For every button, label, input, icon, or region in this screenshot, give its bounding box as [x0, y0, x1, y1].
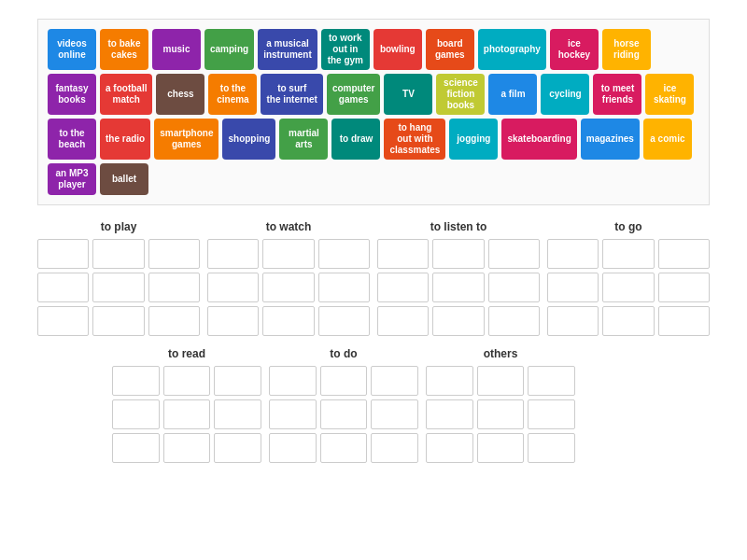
word-tile[interactable]: bowling	[374, 29, 422, 70]
sort-cell[interactable]	[371, 366, 418, 396]
word-tile[interactable]: to the cinema	[208, 74, 257, 115]
sort-cell[interactable]	[426, 433, 473, 463]
word-tile[interactable]: computer games	[327, 74, 381, 115]
sort-cell[interactable]	[269, 399, 317, 429]
sort-cell[interactable]	[426, 366, 473, 396]
sort-cell[interactable]	[148, 273, 200, 302]
word-tile[interactable]: to surf the internet	[261, 74, 322, 115]
sort-cell[interactable]	[658, 239, 710, 269]
sort-cell[interactable]	[320, 399, 368, 429]
sort-cell[interactable]	[214, 433, 261, 463]
word-tile[interactable]: skateboarding	[501, 119, 576, 160]
sort-cell[interactable]	[320, 433, 368, 463]
sort-cell[interactable]	[547, 306, 599, 336]
sort-cell[interactable]	[320, 366, 368, 396]
sort-cell[interactable]	[371, 399, 418, 429]
sort-cell[interactable]	[37, 306, 89, 336]
sort-cell[interactable]	[163, 366, 211, 396]
sort-cell[interactable]	[163, 399, 211, 429]
sort-cell[interactable]	[658, 306, 710, 336]
sort-cell[interactable]	[112, 399, 160, 429]
word-tile[interactable]: fantasy books	[48, 74, 96, 115]
sort-cell[interactable]	[92, 239, 144, 269]
word-tile[interactable]: photography	[478, 29, 546, 70]
sort-cell[interactable]	[477, 366, 525, 396]
word-tile[interactable]: to work out in the gym	[321, 29, 370, 70]
word-tile[interactable]: to the beach	[48, 119, 96, 160]
word-tile[interactable]: horse riding	[602, 29, 651, 70]
sort-cell[interactable]	[92, 273, 144, 302]
sort-cell[interactable]	[163, 433, 211, 463]
word-tile[interactable]: to bake cakes	[100, 29, 148, 70]
sort-cell[interactable]	[377, 239, 429, 269]
word-tile[interactable]: to draw	[331, 119, 380, 160]
sort-cell[interactable]	[207, 239, 259, 269]
sort-cell[interactable]	[432, 306, 484, 336]
sort-cell[interactable]	[377, 273, 429, 302]
sort-cell[interactable]	[37, 273, 89, 302]
sort-cell[interactable]	[269, 433, 317, 463]
sort-cell[interactable]	[262, 239, 314, 269]
sort-cell[interactable]	[528, 433, 575, 463]
sort-cell[interactable]	[37, 239, 89, 269]
word-tile[interactable]: cycling	[541, 74, 589, 115]
word-tile[interactable]: martial arts	[279, 119, 328, 160]
sort-cell[interactable]	[207, 306, 259, 336]
word-tile[interactable]: magazines	[581, 119, 640, 160]
sort-cell[interactable]	[477, 399, 525, 429]
word-tile[interactable]: ice skating	[645, 74, 694, 115]
sort-cell[interactable]	[602, 239, 654, 269]
word-tile[interactable]: to meet friends	[593, 74, 641, 115]
word-tile[interactable]: a film	[488, 74, 537, 115]
category-do: to do	[269, 347, 418, 463]
sort-cell[interactable]	[547, 239, 599, 269]
sort-cell[interactable]	[112, 366, 160, 396]
sort-cell[interactable]	[262, 306, 314, 336]
sort-cell[interactable]	[602, 273, 654, 302]
word-tile[interactable]: science fiction books	[436, 74, 485, 115]
word-tile[interactable]: an MP3 player	[48, 163, 96, 195]
sort-cell[interactable]	[92, 306, 144, 336]
word-tile[interactable]: a musical instrument	[258, 29, 317, 70]
sort-cell[interactable]	[658, 273, 710, 302]
sort-cell[interactable]	[426, 399, 473, 429]
word-tile[interactable]: camping	[204, 29, 254, 70]
sort-cell[interactable]	[477, 433, 525, 463]
word-tile[interactable]: TV	[384, 74, 432, 115]
word-tile[interactable]: the radio	[100, 119, 150, 160]
sort-cell[interactable]	[318, 306, 370, 336]
word-tile[interactable]: music	[152, 29, 201, 70]
word-tile[interactable]: chess	[156, 74, 204, 115]
sort-cell[interactable]	[207, 273, 259, 302]
sort-cell[interactable]	[214, 366, 261, 396]
word-tile[interactable]: ice hockey	[550, 29, 599, 70]
word-tile[interactable]: smartphone games	[154, 119, 218, 160]
sort-cell[interactable]	[488, 273, 540, 302]
word-tile[interactable]: ballet	[100, 163, 148, 195]
word-tile[interactable]: a comic	[643, 119, 692, 160]
sort-cell[interactable]	[148, 306, 200, 336]
sort-cell[interactable]	[528, 399, 575, 429]
sort-cell[interactable]	[602, 306, 654, 336]
sort-cell[interactable]	[488, 306, 540, 336]
sort-cell[interactable]	[318, 239, 370, 269]
word-tile[interactable]: videos online	[48, 29, 96, 70]
word-tile[interactable]: a football match	[100, 74, 152, 115]
sort-cell[interactable]	[269, 366, 317, 396]
sort-cell[interactable]	[432, 239, 484, 269]
word-tile[interactable]: to hang out with classmates	[384, 119, 445, 160]
sort-cell[interactable]	[488, 239, 540, 269]
sort-cell[interactable]	[547, 273, 599, 302]
word-tile[interactable]: board games	[426, 29, 474, 70]
sort-cell[interactable]	[318, 273, 370, 302]
sort-cell[interactable]	[148, 239, 200, 269]
sort-cell[interactable]	[371, 433, 418, 463]
word-tile[interactable]: shopping	[222, 119, 275, 160]
sort-cell[interactable]	[262, 273, 314, 302]
sort-cell[interactable]	[377, 306, 429, 336]
sort-cell[interactable]	[112, 433, 160, 463]
sort-cell[interactable]	[214, 399, 261, 429]
sort-cell[interactable]	[528, 366, 575, 396]
word-tile[interactable]: jogging	[449, 119, 498, 160]
sort-cell[interactable]	[432, 273, 484, 302]
